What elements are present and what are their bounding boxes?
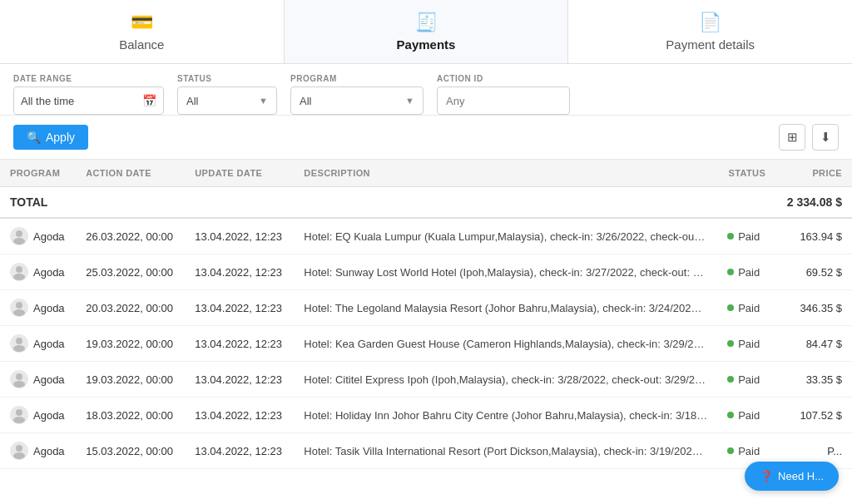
cell-program: Agoda	[0, 254, 76, 290]
table-row: Agoda 18.03.2022, 00:00 13.04.2022, 12:2…	[0, 398, 852, 433]
download-button[interactable]: ⬇	[812, 124, 839, 151]
status-dot	[727, 233, 734, 240]
svg-point-8	[16, 373, 22, 380]
cell-action-date: 26.03.2022, 00:00	[76, 218, 185, 254]
program-avatar	[10, 370, 28, 388]
cell-description: Hotel: Sunway Lost World Hotel (Ipoh,Mal…	[294, 254, 717, 290]
col-price: PRICE	[775, 160, 852, 187]
program-avatar	[10, 334, 28, 353]
tab-payment-details[interactable]: 📄 Payment details	[568, 0, 852, 63]
cell-status: Paid	[717, 218, 775, 254]
svg-point-10	[16, 409, 22, 416]
cell-description: Hotel: Holiday Inn Johor Bahru City Cent…	[294, 398, 717, 433]
cell-action-date: 18.03.2022, 00:00	[76, 398, 185, 433]
status-select[interactable]: All ▼	[177, 86, 277, 115]
cell-action-date: 19.03.2022, 00:00	[76, 326, 185, 362]
cell-update-date: 13.04.2022, 12:23	[185, 326, 294, 362]
filters-section: DATE RANGE 📅 STATUS All ▼ PROGRAM All ▼ …	[0, 64, 852, 116]
svg-point-13	[13, 452, 25, 459]
date-range-filter: DATE RANGE 📅	[13, 74, 164, 115]
program-name: Agoda	[33, 445, 65, 457]
program-avatar	[10, 406, 28, 424]
table-row: Agoda 19.03.2022, 00:00 13.04.2022, 12:2…	[0, 326, 852, 362]
program-name: Agoda	[33, 230, 65, 243]
cell-program: Agoda	[0, 362, 76, 398]
apply-label: Apply	[46, 131, 75, 144]
payments-table-wrap: PROGRAM ACTION DATE UPDATE DATE DESCRIPT…	[0, 160, 852, 469]
cell-action-date: 15.03.2022, 00:00	[76, 433, 185, 469]
table-row: Agoda 25.03.2022, 00:00 13.04.2022, 12:2…	[0, 254, 852, 290]
total-row: TOTAL 2 334.08 $	[0, 187, 852, 219]
tab-payments-label: Payments	[397, 37, 456, 52]
program-avatar	[10, 227, 28, 245]
top-navigation: 💳 Balance 🧾 Payments 📄 Payment details	[0, 0, 852, 64]
program-select[interactable]: All ▼	[290, 86, 424, 115]
svg-point-3	[13, 274, 25, 280]
download-icon: ⬇	[820, 130, 831, 145]
status-text: Paid	[738, 266, 760, 279]
action-id-input[interactable]	[437, 86, 570, 115]
cell-update-date: 13.04.2022, 12:23	[185, 254, 294, 290]
col-program: PROGRAM	[0, 160, 76, 187]
balance-icon: 💳	[131, 12, 153, 33]
program-name: Agoda	[33, 338, 65, 350]
cell-price: 107.52 $	[775, 398, 852, 433]
status-dot	[727, 412, 734, 418]
status-text: Paid	[738, 230, 760, 243]
status-text: Paid	[738, 338, 760, 350]
tab-balance[interactable]: 💳 Balance	[0, 0, 285, 63]
program-avatar	[10, 442, 28, 460]
total-label: TOTAL	[0, 187, 76, 219]
table-header-row: PROGRAM ACTION DATE UPDATE DATE DESCRIPT…	[0, 160, 852, 187]
total-price: 2 334.08 $	[775, 187, 852, 219]
cell-price: 69.52 $	[775, 254, 852, 290]
svg-point-0	[16, 230, 22, 237]
cell-program: Agoda	[0, 433, 76, 469]
cell-description: Hotel: Kea Garden Guest House (Cameron H…	[294, 326, 717, 362]
cell-price: 84.47 $	[775, 326, 852, 362]
cell-program: Agoda	[0, 326, 76, 362]
action-id-filter: ACTION ID	[437, 74, 570, 115]
date-range-input-wrap[interactable]: 📅	[13, 86, 164, 115]
columns-button[interactable]: ⊞	[779, 124, 805, 151]
col-update-date: UPDATE DATE	[185, 160, 294, 187]
status-dot	[727, 304, 734, 311]
svg-point-1	[13, 238, 25, 245]
svg-point-6	[16, 338, 22, 344]
status-dot	[727, 340, 734, 347]
col-description: DESCRIPTION	[294, 160, 717, 187]
cell-status: Paid	[717, 362, 775, 398]
cell-update-date: 13.04.2022, 12:23	[185, 433, 294, 469]
tab-balance-label: Balance	[119, 37, 164, 52]
apply-button[interactable]: 🔍 Apply	[13, 125, 88, 150]
cell-program: Agoda	[0, 218, 76, 254]
program-name: Agoda	[33, 302, 65, 314]
cell-status: Paid	[717, 290, 775, 326]
program-value: All	[300, 95, 399, 107]
col-action-date: ACTION DATE	[76, 160, 185, 187]
cell-status: Paid	[717, 254, 775, 290]
calendar-icon: 📅	[142, 94, 156, 107]
status-text: Paid	[738, 302, 760, 314]
program-name: Agoda	[33, 373, 65, 386]
need-help-button[interactable]: ❓ Need H...	[745, 462, 839, 469]
date-range-input[interactable]	[21, 95, 137, 107]
date-range-label: DATE RANGE	[13, 74, 164, 83]
svg-point-12	[16, 445, 22, 452]
table-row: Agoda 26.03.2022, 00:00 13.04.2022, 12:2…	[0, 218, 852, 254]
cell-status: Paid	[717, 398, 775, 433]
status-dot	[727, 376, 734, 383]
status-dot	[727, 269, 734, 275]
status-value: All	[186, 95, 252, 107]
svg-point-5	[13, 309, 25, 316]
svg-point-7	[13, 345, 25, 352]
payment-details-icon: 📄	[699, 12, 721, 33]
cell-program: Agoda	[0, 398, 76, 433]
cell-description: Hotel: Tasik Villa International Resort …	[294, 433, 717, 469]
payments-icon: 🧾	[415, 12, 438, 33]
action-id-label: ACTION ID	[437, 74, 570, 83]
cell-description: Hotel: EQ Kuala Lumpur (Kuala Lumpur,Mal…	[294, 218, 717, 254]
cell-price: 163.94 $	[775, 218, 852, 254]
cell-action-date: 25.03.2022, 00:00	[76, 254, 185, 290]
tab-payments[interactable]: 🧾 Payments	[285, 0, 569, 63]
